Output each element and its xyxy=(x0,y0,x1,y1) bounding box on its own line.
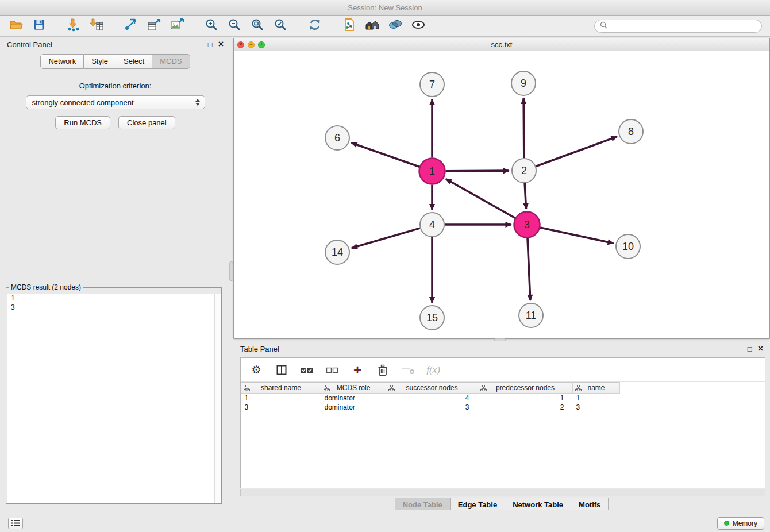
style-merge-button[interactable] xyxy=(385,17,406,34)
mcds-result-item[interactable]: 1 xyxy=(7,294,221,303)
vertical-splitter-grip[interactable] xyxy=(229,261,233,281)
result-scrollbar[interactable] xyxy=(214,294,221,503)
float-table-panel-icon[interactable]: □ xyxy=(748,345,752,353)
table-cell[interactable]: 3 xyxy=(241,403,321,412)
table-cell[interactable]: dominator xyxy=(321,403,386,412)
tab-edge-table[interactable]: Edge Table xyxy=(451,498,505,510)
column-header-mcds-role[interactable]: MCDS role xyxy=(321,383,386,394)
control-panel-header: Control Panel □ × xyxy=(0,37,230,52)
column-header-predecessor-nodes[interactable]: predecessor nodes xyxy=(478,383,573,394)
network-graph[interactable]: 7968124314101511 xyxy=(234,51,769,338)
refresh-view-button[interactable] xyxy=(305,17,325,34)
network-window-titlebar[interactable]: scc.txt × − + xyxy=(234,38,769,51)
table-row[interactable]: 3dominator323 xyxy=(241,403,620,412)
deselect-all-columns-icon[interactable] xyxy=(325,363,340,377)
export-network-icon xyxy=(124,18,138,34)
graph-edge-4-14[interactable] xyxy=(352,228,420,248)
zoom-selected-button[interactable] xyxy=(270,17,291,34)
tab-style[interactable]: Style xyxy=(84,54,116,69)
search-box[interactable] xyxy=(594,20,762,33)
control-panel-tabs: NetworkStyleSelectMCDS xyxy=(0,54,230,69)
graph-node-label-10: 10 xyxy=(622,241,634,252)
network-canvas[interactable]: 7968124314101511 xyxy=(234,51,769,338)
mcds-result-group: MCDS result (2 nodes) 13 xyxy=(6,283,222,504)
graph-edge-3-1[interactable] xyxy=(446,179,515,218)
table-settings-gear-icon[interactable]: ⚙ xyxy=(249,363,264,377)
column-type-icon xyxy=(244,385,250,393)
optimization-criterion-label: Optimization criterion: xyxy=(0,82,230,90)
graph-edge-2-9[interactable] xyxy=(523,98,524,158)
open-session-button[interactable] xyxy=(6,17,26,34)
tab-network[interactable]: Network xyxy=(40,54,84,69)
tab-mcds[interactable]: MCDS xyxy=(152,54,190,69)
graph-edge-1-6[interactable] xyxy=(352,143,419,167)
column-header-label: name xyxy=(587,384,605,392)
graph-node-label-11: 11 xyxy=(526,310,537,321)
table-horizontal-scrollbar[interactable] xyxy=(240,489,765,496)
graph-node-label-1: 1 xyxy=(429,165,435,177)
table-cell[interactable]: 1 xyxy=(241,394,321,403)
table-cell[interactable]: 2 xyxy=(478,403,573,412)
save-session-button[interactable] xyxy=(29,17,49,34)
criterion-dropdown[interactable]: strongly connected component xyxy=(26,95,205,109)
column-chooser-icon[interactable] xyxy=(274,363,289,377)
table-cell[interactable]: 1 xyxy=(573,394,620,403)
close-table-panel-icon[interactable]: × xyxy=(758,344,763,353)
export-network-button[interactable] xyxy=(121,17,141,34)
graph-node-label-15: 15 xyxy=(426,312,438,323)
window-controls: × − + xyxy=(237,41,265,48)
close-panel-button[interactable]: Close panel xyxy=(118,116,175,129)
tab-select[interactable]: Select xyxy=(116,54,152,69)
window-titlebar[interactable]: Session: New Session xyxy=(0,0,770,16)
column-header-successor-nodes[interactable]: successor nodes xyxy=(386,383,478,394)
control-panel-title: Control Panel xyxy=(7,40,52,49)
run-mcds-button[interactable]: Run MCDS xyxy=(55,116,110,129)
minimize-window-button[interactable]: − xyxy=(248,41,255,48)
column-header-label: MCDS role xyxy=(337,384,371,392)
graph-edge-2-3[interactable] xyxy=(525,183,526,209)
memory-button[interactable]: Memory xyxy=(717,517,764,530)
add-row-icon[interactable]: + xyxy=(350,363,365,377)
tab-motifs[interactable]: Motifs xyxy=(571,498,609,510)
table-cell[interactable]: 3 xyxy=(386,403,478,412)
mcds-result-list[interactable]: 13 xyxy=(7,294,221,503)
table-cell[interactable]: 3 xyxy=(573,403,620,412)
network-document-button[interactable] xyxy=(339,17,360,34)
table-panel-header: Table Panel □ × xyxy=(233,341,770,356)
export-image-button[interactable] xyxy=(167,17,187,34)
tab-network-table[interactable]: Network Table xyxy=(505,498,571,510)
table-cell[interactable]: 1 xyxy=(478,394,573,403)
close-window-button[interactable]: × xyxy=(237,41,244,48)
graph-edge-2-8[interactable] xyxy=(536,137,617,167)
delete-row-trash-icon[interactable] xyxy=(375,363,390,377)
float-panel-icon[interactable]: □ xyxy=(208,41,213,48)
open-folder-icon xyxy=(9,18,23,34)
table-row[interactable]: 1dominator411 xyxy=(241,394,620,403)
zoom-out-button[interactable] xyxy=(224,17,245,34)
ui-panel-settings-button[interactable] xyxy=(8,518,23,529)
import-network-button[interactable] xyxy=(63,17,84,34)
graphics-details-button[interactable] xyxy=(408,17,429,34)
graph-edge-1-2[interactable] xyxy=(445,171,509,171)
select-all-columns-icon[interactable] xyxy=(299,363,314,377)
first-neighbors-button[interactable] xyxy=(362,17,383,34)
control-panel: Control Panel □ × NetworkStyleSelectMCDS… xyxy=(0,37,230,514)
export-table-button[interactable] xyxy=(144,17,164,34)
criterion-dropdown-value: strongly connected component xyxy=(32,98,194,107)
import-table-button[interactable] xyxy=(86,17,107,34)
table-cell[interactable]: dominator xyxy=(321,394,386,403)
zoom-in-button[interactable] xyxy=(201,17,222,34)
maximize-window-button[interactable]: + xyxy=(258,41,265,48)
zoom-fit-button[interactable] xyxy=(247,17,268,34)
close-panel-icon[interactable]: × xyxy=(218,40,224,49)
column-header-name[interactable]: name xyxy=(573,383,620,394)
mcds-result-item[interactable]: 3 xyxy=(7,303,221,312)
column-header-shared-name[interactable]: shared name xyxy=(241,383,321,394)
tab-node-table[interactable]: Node Table xyxy=(395,498,451,510)
table-cell[interactable]: 4 xyxy=(386,394,478,403)
graph-edge-3-11[interactable] xyxy=(528,238,530,300)
search-input[interactable] xyxy=(611,22,756,30)
graph-edge-3-10[interactable] xyxy=(540,228,614,244)
table-panel-tabs: Node TableEdge TableNetwork TableMotifs xyxy=(233,498,770,510)
list-icon xyxy=(11,518,20,529)
